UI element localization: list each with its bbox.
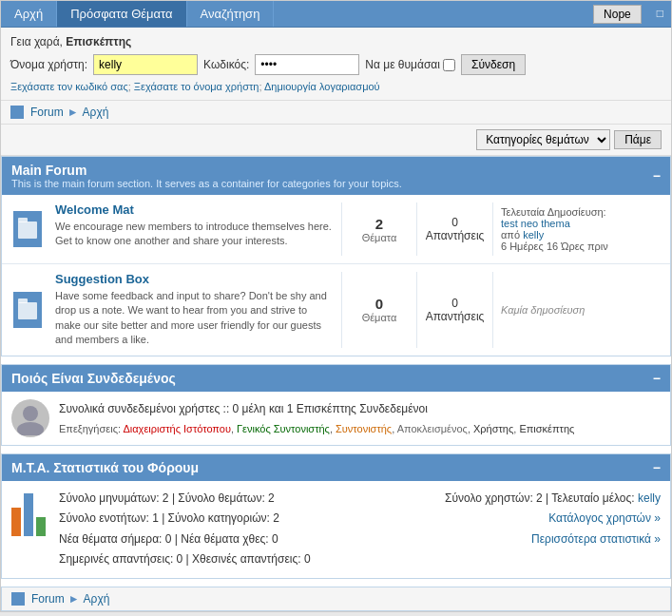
legend-smoderator-link[interactable]: Συντονιστής — [336, 423, 392, 434]
bottom-forum-icon — [11, 592, 25, 606]
legend-user-text: Χρήστης — [473, 423, 513, 434]
welcome-mat-desc: We encourage new members to introduce th… — [55, 220, 334, 249]
welcome-mat-icon-col — [8, 202, 48, 256]
who-online-info: Συνολικά συνδεδεμένοι χρήστες :: 0 μέλη … — [59, 399, 574, 437]
bar-2 — [24, 493, 33, 536]
suggestion-box-last-post: Καμία δημοσίευση — [493, 272, 664, 348]
main-forum-desc: This is the main forum section. It serve… — [11, 178, 402, 189]
table-row: Suggestion Box Have some feedback and in… — [2, 264, 670, 356]
who-online-header: Ποιός Είναι Συνδεδεμένος − — [2, 365, 670, 392]
suggestion-box-title[interactable]: Suggestion Box — [55, 272, 149, 286]
login-greeting: Γεια χαρά, Επισκέπτης — [10, 35, 662, 48]
password-input[interactable] — [255, 54, 359, 75]
breadcrumb-forum[interactable]: Forum — [30, 106, 64, 119]
no-post-text: Καμία δημοσίευση — [501, 304, 585, 316]
tab-recent[interactable]: Πρόσφατα Θέματα — [57, 1, 186, 27]
main-forum-title-area: Main Forum This is the main forum sectio… — [11, 163, 402, 189]
breadcrumb: Forum ► Αρχή — [1, 101, 671, 125]
welcome-mat-title[interactable]: Welcome Mat — [55, 202, 134, 217]
last-post-time: 6 Ημέρες 16 Ώρες πριν — [501, 241, 608, 252]
legend-label: Επεξηγήσεις: — [59, 423, 121, 434]
stats-collapse-btn[interactable]: − — [653, 460, 661, 475]
more-stats-link[interactable]: Περισσότερα στατιστικά » — [531, 532, 661, 546]
breadcrumb-home[interactable]: Αρχή — [83, 106, 109, 119]
who-online-collapse-btn[interactable]: − — [653, 371, 661, 386]
bottom-breadcrumb-forum[interactable]: Forum — [31, 592, 65, 606]
suggestion-box-info: Suggestion Box Have some feedback and in… — [48, 272, 341, 348]
stats-right-text: Σύνολο χρηστών: 2 | Τελευταίο μέλος: kel… — [445, 489, 661, 550]
forum-icon — [10, 106, 24, 119]
who-online-legend: Επεξηγήσεις: Διαχειριστής Ιστότοπου, Γεν… — [59, 423, 574, 434]
last-post-by: από kelly — [501, 229, 544, 241]
welcome-mat-info: Welcome Mat We encourage new members to … — [48, 202, 341, 256]
suggestion-box-replies-count: 0 — [451, 297, 458, 310]
forum-folder-icon-2 — [13, 292, 42, 328]
user-list-link[interactable]: Κατάλογος χρηστών » — [548, 511, 661, 525]
online-avatar — [11, 399, 49, 437]
remember-me-label: Να με θυμάσαι — [365, 58, 440, 71]
bottom-breadcrumb-home[interactable]: Αρχή — [84, 592, 110, 606]
suggestion-box-topics: 0 Θέματα — [341, 272, 417, 348]
forum-folder-icon — [13, 211, 42, 247]
remember-me-area: Να με θυμάσαι — [365, 58, 455, 71]
user-list-line: Κατάλογος χρηστών » — [445, 509, 661, 529]
register-link[interactable]: Δημιουργία λογαριασμού — [264, 81, 380, 92]
last-post-title-link[interactable]: test neo thema — [501, 218, 608, 229]
main-forum-section: Main Forum This is the main forum sectio… — [1, 156, 671, 356]
svg-point-5 — [17, 422, 44, 435]
login-username-display: Επισκέπτης — [66, 35, 131, 48]
legend-mod-link[interactable]: Γενικός Συντονιστής — [237, 423, 330, 434]
who-online-body: Συνολικά συνδεδεμένοι χρήστες :: 0 μέλη … — [2, 392, 670, 445]
legend-banned-text: Αποκλεισμένος — [397, 423, 468, 434]
stats-header: Μ.Τ.Α. Στατιστικά του Φόρουμ − — [2, 454, 670, 481]
collapse-nav-icon[interactable]: □ — [649, 1, 671, 27]
welcome-mat-last-post: Τελευταία Δημοσίευση: test neo thema από… — [493, 202, 664, 256]
more-stats-line: Περισσότερα στατιστικά » — [445, 529, 661, 550]
suggestion-box-replies-label: Απαντήσεις — [426, 310, 485, 323]
tab-home[interactable]: Αρχή — [1, 1, 57, 27]
suggestion-box-icon-col — [8, 272, 48, 348]
today-replies: Σημερινές απαντήσεις: 0 | Χθεσινές απαντ… — [59, 549, 435, 570]
main-forum-title: Main Forum — [11, 163, 402, 178]
suggestion-box-desc: Have some feedback and input to share? D… — [55, 289, 334, 348]
bar-1 — [11, 508, 21, 536]
remember-me-checkbox[interactable] — [443, 59, 455, 71]
category-bar: Κατηγορίες θεμάτων Πάμε — [1, 125, 671, 156]
svg-rect-3 — [18, 298, 28, 303]
breadcrumb-arrow: ► — [67, 106, 79, 119]
category-select[interactable]: Κατηγορίες θεμάτων — [476, 129, 610, 150]
welcome-mat-replies-label: Απαντήσεις — [426, 229, 485, 242]
nav-tabs: Αρχή Πρόσφατα Θέματα Αναζήτηση Nope □ — [1, 1, 671, 28]
main-forum-collapse-btn[interactable]: − — [653, 168, 661, 183]
bar-3 — [36, 517, 46, 536]
suggestion-box-topics-count: 0 — [375, 296, 383, 312]
login-area: Γεια χαρά, Επισκέπτης Όνομα χρήστη: Κωδι… — [1, 28, 671, 101]
welcome-mat-topics: 2 Θέματα — [341, 202, 417, 256]
main-forum-inner: Welcome Mat We encourage new members to … — [2, 195, 670, 356]
total-messages: Σύνολο μηνυμάτων: 2 | Σύνολο θεμάτων: 2 — [59, 489, 435, 510]
stats-left-text: Σύνολο μηνυμάτων: 2 | Σύνολο θεμάτων: 2 … — [59, 489, 435, 570]
username-input[interactable] — [93, 54, 198, 75]
forgot-password-link[interactable]: Ξεχάσατε τον κωδικό σας — [10, 81, 128, 92]
legend-guest-text: Επισκέπτης — [519, 423, 574, 434]
last-post-user-link[interactable]: kelly — [523, 229, 544, 241]
main-forum-header: Main Forum This is the main forum sectio… — [2, 157, 670, 195]
welcome-mat-topics-label: Θέματα — [362, 232, 397, 243]
login-button[interactable]: Σύνδεση — [461, 54, 526, 75]
svg-rect-1 — [18, 218, 28, 222]
welcome-mat-replies: 0 Απαντήσεις — [417, 202, 493, 256]
total-sections: Σύνολο ενοτήτων: 1 | Σύνολο κατηγοριών: … — [59, 509, 435, 529]
table-row: Welcome Mat We encourage new members to … — [2, 195, 670, 264]
welcome-mat-topics-count: 2 — [375, 216, 383, 232]
go-button[interactable]: Πάμε — [614, 130, 662, 149]
tab-search[interactable]: Αναζήτηση — [187, 1, 275, 27]
password-label: Κωδικός: — [203, 58, 249, 71]
nope-button[interactable]: Nope — [593, 5, 642, 24]
forgot-username-link[interactable]: Ξεχάσατε το όνομα χρήστη — [134, 81, 259, 92]
legend-admin-link[interactable]: Διαχειριστής Ιστότοπου — [123, 423, 230, 434]
login-links: Ξεχάσατε τον κωδικό σας; Ξεχάσατε το όνο… — [10, 81, 662, 92]
stats-title: Μ.Τ.Α. Στατιστικά του Φόρουμ — [11, 460, 199, 475]
suggestion-box-topics-label: Θέματα — [362, 312, 397, 323]
total-users-line: Σύνολο χρηστών: 2 | Τελευταίο μέλος: kel… — [445, 489, 661, 510]
last-member-link[interactable]: kelly — [638, 491, 661, 505]
